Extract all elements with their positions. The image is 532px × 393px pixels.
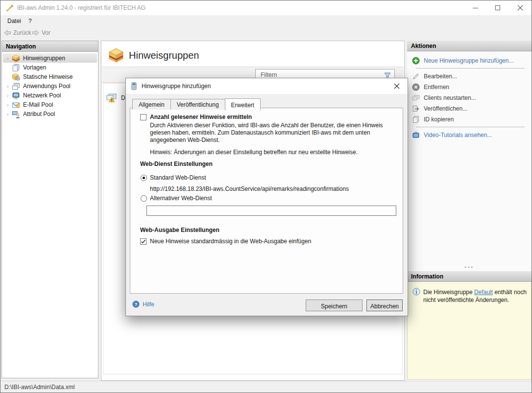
nav-item-netzwerk-pool[interactable]: › Netzwerk Pool (3, 91, 97, 100)
close-icon (517, 5, 523, 11)
cancel-button[interactable]: Abbrechen (366, 300, 403, 311)
action-publish[interactable]: Veröffentlichen... (407, 103, 532, 114)
action-video-tutorials[interactable]: Video-Tutorials ansehen... (407, 130, 532, 140)
dialog-titlebar: Hinweisgruppe hinzufügen (126, 78, 408, 94)
action-edit[interactable]: Bearbeiten... (407, 71, 532, 82)
action-add-hinweisgruppe[interactable]: Neue Hinweisgruppe hinzufügen... (407, 55, 532, 66)
close-icon (394, 83, 400, 89)
back-button[interactable]: Zurück (3, 29, 31, 37)
count-read-notices-note: Hinweis: Änderungen an dieser Einstellun… (150, 149, 399, 156)
nav-item-label: E-Mail Pool (23, 101, 53, 108)
add-icon (412, 57, 420, 65)
standard-webservice-url: http://192.168.18.23/IBI-aws.CountServic… (150, 185, 349, 193)
nav-item-anwendungs-pool[interactable]: › Anwendungs Pool (3, 81, 97, 91)
information-panel: Die Hinweisgruppe Default enthält noch n… (407, 282, 532, 380)
action-copy-id[interactable]: ID kopieren (407, 114, 532, 125)
restart-clients-icon (412, 94, 420, 102)
webservice-section-label: Web-Dienst Einstellungen (140, 161, 213, 168)
check-icon (141, 239, 146, 244)
application-windows-icon (12, 82, 20, 90)
nav-item-attribut-pool[interactable]: › Attribut Pool (3, 109, 97, 118)
action-label: Entfernen (424, 84, 449, 91)
action-label: ID kopieren (424, 116, 454, 123)
dialog-icon (130, 82, 138, 90)
forward-button[interactable]: Vor (32, 29, 50, 37)
nav-item-label: Anwendungs Pool (23, 83, 71, 90)
nav-item-vorlagen[interactable]: Vorlagen (3, 63, 97, 72)
alternative-webservice-input[interactable] (146, 206, 396, 216)
divider (416, 127, 525, 127)
alternative-webservice-radio[interactable] (141, 195, 147, 202)
chevron-right-icon[interactable]: › (3, 111, 12, 117)
divider (416, 68, 525, 69)
menu-help[interactable]: ? (28, 18, 32, 24)
navigation-toolbar: Zurück Vor (0, 27, 532, 40)
chevron-right-icon[interactable]: › (3, 102, 12, 108)
page-title: Hinweisgruppen (129, 50, 199, 61)
action-remove[interactable]: Entfernen (407, 82, 532, 92)
copy-id-icon (412, 116, 420, 123)
app-icon (5, 3, 14, 12)
information-message: Die Hinweisgruppe Default enthält noch n… (423, 288, 527, 304)
navigation-tree: › Hinweisgruppen Vorlagen Statische Hinw… (2, 52, 98, 378)
forward-icon (32, 29, 40, 37)
minimize-icon (473, 8, 478, 8)
count-read-notices-checkbox[interactable] (140, 114, 146, 120)
list-item-warning-icon (106, 93, 117, 102)
nav-item-label: Netzwerk Pool (23, 92, 61, 99)
action-restart-clients[interactable]: Clients neustarten... (407, 92, 532, 103)
dialog-close-button[interactable] (390, 80, 404, 92)
nav-item-statische-hinweise[interactable]: Statische Hinweise (3, 72, 97, 81)
tab-allgemein[interactable]: Allgemein (132, 99, 171, 110)
nav-item-email-pool[interactable]: › E-Mail Pool (3, 100, 97, 109)
tab-veroeffentlichung[interactable]: Veröffentlichung (170, 99, 225, 110)
default-group-link[interactable]: Default (474, 289, 493, 296)
back-icon (3, 29, 11, 37)
help-label: Hilfe (143, 301, 154, 308)
action-label: Bearbeiten... (424, 73, 457, 80)
tab-erweitert-page: Anzahl gelesener Hinweise ermitteln Durc… (130, 108, 403, 294)
window-controls (464, 0, 532, 15)
chevron-right-icon[interactable]: › (3, 83, 12, 89)
help-link[interactable]: ? Hilfe (132, 301, 154, 308)
minimize-button[interactable] (464, 0, 486, 15)
hinweisgruppen-title-icon (108, 47, 124, 62)
right-panel: Aktionen Neue Hinweisgruppe hinzufügen..… (407, 41, 532, 381)
action-label: Veröffentlichen... (424, 105, 467, 112)
maximize-button[interactable] (486, 0, 509, 15)
info-icon (412, 288, 420, 296)
splitter-grip[interactable]: ··· (407, 266, 532, 271)
add-hinweisgruppe-dialog: Hinweisgruppe hinzufügen Allgemein Veröf… (125, 78, 408, 316)
navigation-header: Navigation (2, 41, 98, 52)
actions-header: Aktionen (407, 41, 532, 51)
list-item-label: D (121, 94, 125, 101)
menu-file[interactable]: Datei (7, 18, 21, 24)
menubar: Datei ? (0, 15, 532, 27)
help-icon: ? (132, 301, 140, 308)
nav-item-label: Hinweisgruppen (23, 55, 65, 62)
weboutput-default-checkbox[interactable] (140, 238, 146, 245)
email-envelope-icon (12, 101, 20, 109)
data-file-path: D:\IBI-aws\Admin\Data.xml (4, 384, 74, 391)
nav-item-hinweisgruppen[interactable]: › Hinweisgruppen (3, 53, 97, 63)
standard-webservice-label: Standard Web-Dienst (150, 174, 206, 182)
list-item[interactable]: D (106, 93, 125, 102)
dialog-title: Hinweisgruppe hinzufügen (142, 83, 211, 90)
statusbar: D:\IBI-aws\Admin\Data.xml (0, 381, 532, 393)
tab-erweitert[interactable]: Erweitert (225, 98, 261, 111)
dialog-footer: ? Hilfe Speichern Abbrechen (126, 294, 408, 316)
navigation-panel: Navigation › Hinweisgruppen Vorlagen (1, 41, 98, 378)
static-notices-box-gear-icon (12, 73, 20, 81)
standard-webservice-radio[interactable] (141, 175, 147, 181)
nav-item-label: Statische Hinweise (23, 73, 73, 80)
action-label: Neue Hinweisgruppe hinzufügen... (424, 57, 513, 64)
save-button[interactable]: Speichern (306, 300, 363, 311)
close-button[interactable] (509, 0, 532, 15)
forward-label: Vor (42, 29, 50, 36)
chevron-right-icon[interactable]: › (3, 92, 12, 98)
video-icon (412, 131, 420, 139)
back-label: Zurück (13, 29, 31, 36)
remove-icon (412, 83, 420, 91)
edit-icon (412, 72, 420, 80)
chevron-right-icon[interactable]: › (3, 55, 12, 61)
